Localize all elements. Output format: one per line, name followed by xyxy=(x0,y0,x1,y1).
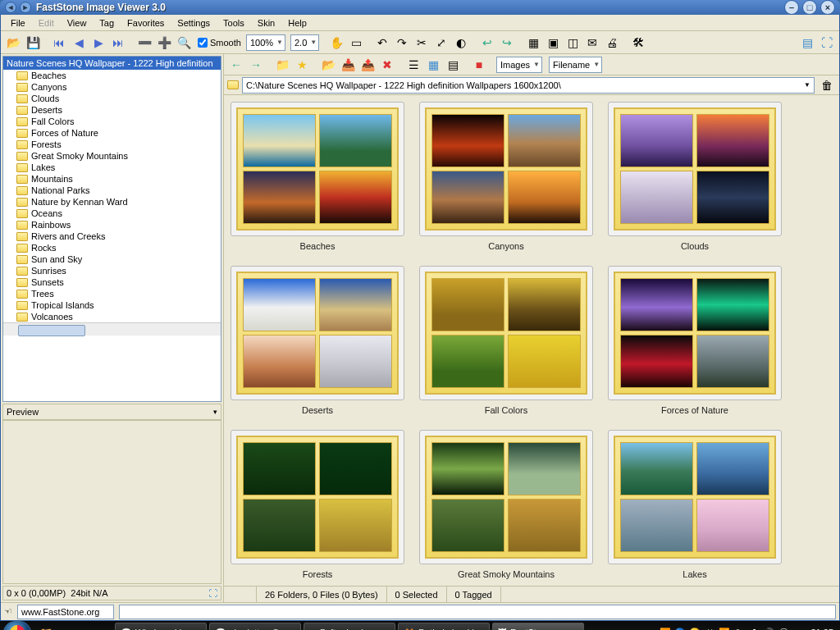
tree-item[interactable]: Volcanoes xyxy=(3,311,221,322)
menu-settings[interactable]: Settings xyxy=(171,16,217,30)
zoom-combo[interactable]: 100%▼ xyxy=(246,34,285,51)
tree-item[interactable]: Deserts xyxy=(3,104,221,116)
tree-item[interactable]: Rocks xyxy=(3,242,221,253)
delete-icon[interactable]: ✖ xyxy=(378,56,396,74)
email-icon[interactable]: ✉ xyxy=(583,34,601,52)
favorite-icon[interactable]: ★ xyxy=(293,56,311,74)
taskbar-button[interactable]: 💬charlotte - Co... xyxy=(209,623,301,630)
tree-item[interactable]: Canyons xyxy=(3,81,221,93)
tree-hscrollbar[interactable] xyxy=(3,322,221,336)
recycle-icon[interactable]: 🗑 xyxy=(818,76,836,94)
tree-item[interactable]: Great Smoky Mountains xyxy=(3,150,221,162)
tree-item[interactable]: Sun and Sky xyxy=(3,253,221,265)
preview-collapse-icon[interactable]: ▾ xyxy=(213,408,217,416)
taskbar-button[interactable]: 💬Windows Live ... xyxy=(115,623,207,630)
menu-tag[interactable]: Tag xyxy=(93,16,121,30)
folder-thumbnail[interactable]: Forests xyxy=(231,430,404,579)
minimize-button[interactable]: – xyxy=(784,0,799,15)
tree-item[interactable]: Mountains xyxy=(3,173,221,185)
tray-icon[interactable]: ◔ xyxy=(792,627,804,630)
tree-item[interactable]: Tropical Islands xyxy=(3,299,221,311)
folder-thumbnail[interactable]: Forces of Nature xyxy=(608,266,782,415)
zoom-out-icon[interactable]: ➖ xyxy=(135,34,153,52)
tree-item[interactable]: National Parks xyxy=(3,185,221,196)
tree-item[interactable]: Nature by Kennan Ward xyxy=(3,196,221,208)
nav-back-icon[interactable]: ◄ xyxy=(5,2,16,13)
select-icon[interactable]: ▭ xyxy=(347,34,365,52)
tray-icon[interactable]: 🔵 xyxy=(674,627,686,630)
tray-icon[interactable]: 🟡 xyxy=(689,627,701,630)
adjust-icon[interactable]: ◐ xyxy=(452,34,470,52)
tree-item[interactable]: Beaches xyxy=(3,70,221,81)
tray-volume-icon[interactable]: 🔊 xyxy=(763,627,774,630)
ql-ie-icon[interactable]: e xyxy=(56,624,72,630)
tray-icon[interactable]: ✖ xyxy=(704,627,715,630)
nav-fwd-icon[interactable]: ► xyxy=(20,2,31,13)
copy-to-icon[interactable]: 📥 xyxy=(339,56,357,74)
new-folder-icon[interactable]: 📂 xyxy=(319,56,337,74)
move-to-icon[interactable]: 📤 xyxy=(358,56,377,74)
settings-icon[interactable]: 🛠 xyxy=(629,34,647,52)
taskbar-button[interactable]: ✉Boîte de récep... xyxy=(304,623,395,630)
folder-tree[interactable]: Nature Scenes HQ Wallpaper - 1222 High d… xyxy=(2,56,221,402)
tree-item[interactable]: Clouds xyxy=(3,93,221,104)
undo-icon[interactable]: ↩ xyxy=(478,34,496,52)
tree-item[interactable]: Forests xyxy=(3,139,221,150)
last-icon[interactable]: ⏭ xyxy=(109,34,127,52)
fullscreen-icon[interactable]: ⛶ xyxy=(818,34,836,52)
menu-help[interactable]: Help xyxy=(281,16,313,30)
slideshow-icon[interactable]: ▣ xyxy=(544,34,562,52)
folder-thumbnail[interactable]: Canyons xyxy=(419,102,593,251)
compare-icon[interactable]: ◫ xyxy=(564,34,582,52)
prev-icon[interactable]: ◀ xyxy=(70,34,88,52)
maximize-button[interactable]: □ xyxy=(802,0,817,15)
close-button[interactable]: × xyxy=(820,0,835,15)
menu-favorites[interactable]: Favorites xyxy=(121,16,171,30)
tree-item[interactable]: Rivers and Creeks xyxy=(3,231,221,242)
tree-item[interactable]: Fall Colors xyxy=(3,116,221,127)
folder-thumbnail[interactable]: Deserts xyxy=(231,266,404,415)
rotate-left-icon[interactable]: ↶ xyxy=(373,34,391,52)
tree-item[interactable]: Sunsets xyxy=(3,276,221,288)
ql-more-icon[interactable]: » xyxy=(92,624,108,630)
sort-combo[interactable]: Filename▼ xyxy=(549,57,602,73)
first-icon[interactable]: ⏮ xyxy=(50,34,68,52)
menu-edit[interactable]: Edit xyxy=(32,16,61,30)
link-icon[interactable]: ☜ xyxy=(4,606,12,617)
tray-icon[interactable]: 🟧 xyxy=(660,627,671,630)
redo-icon[interactable]: ↪ xyxy=(498,34,516,52)
crop-icon[interactable]: ✂ xyxy=(413,34,431,52)
view-thumb-icon[interactable]: ▦ xyxy=(424,56,442,74)
menu-skin[interactable]: Skin xyxy=(251,16,281,30)
folder-thumbnail[interactable]: Clouds xyxy=(608,102,782,251)
tag-icon[interactable]: ■ xyxy=(470,56,488,74)
view-filter-combo[interactable]: Images▼ xyxy=(496,57,542,73)
menu-file[interactable]: File xyxy=(4,16,32,30)
tray-icon[interactable]: ↻ xyxy=(733,627,745,630)
thumbnails-icon[interactable]: ▦ xyxy=(524,34,542,52)
taskbar-button[interactable]: 🖼FastStone xyxy=(492,623,584,630)
next-icon[interactable]: ▶ xyxy=(89,34,107,52)
website-link[interactable]: www.FastStone.org xyxy=(17,605,114,619)
fit-icon[interactable]: ⛶ xyxy=(208,588,217,598)
smooth-checkbox[interactable]: Smooth xyxy=(198,38,241,48)
save-icon[interactable]: 💾 xyxy=(24,34,42,52)
zoom-in-icon[interactable]: ➕ xyxy=(155,34,173,52)
address-input[interactable]: C:\Nature Scenes HQ Wallpaper - 1222 Hig… xyxy=(242,77,815,94)
address-dropdown-icon[interactable]: ▼ xyxy=(804,81,810,89)
tree-root-selected[interactable]: Nature Scenes HQ Wallpaper - 1222 High d… xyxy=(3,57,221,70)
start-button[interactable] xyxy=(3,621,31,630)
tree-item[interactable]: Forces of Nature xyxy=(3,127,221,139)
zoom-actual-icon[interactable]: 🔍 xyxy=(175,34,193,52)
folder-thumbnail[interactable]: Beaches xyxy=(231,102,404,251)
tree-item[interactable]: Oceans xyxy=(3,208,221,219)
view-details-icon[interactable]: ▤ xyxy=(444,56,462,74)
ql-explorer-icon[interactable]: 📁 xyxy=(38,624,54,630)
folder-thumbnail[interactable]: Fall Colors xyxy=(419,266,593,415)
menu-tools[interactable]: Tools xyxy=(217,16,251,30)
thumbnail-area[interactable]: BeachesCanyonsCloudsDesertsFall ColorsFo… xyxy=(224,95,839,586)
tray-network-icon[interactable]: 📶 xyxy=(719,627,730,630)
folder-thumbnail[interactable]: Lakes xyxy=(608,430,782,579)
open-folder-icon[interactable]: 📂 xyxy=(4,34,22,52)
rotate-right-icon[interactable]: ↷ xyxy=(393,34,411,52)
